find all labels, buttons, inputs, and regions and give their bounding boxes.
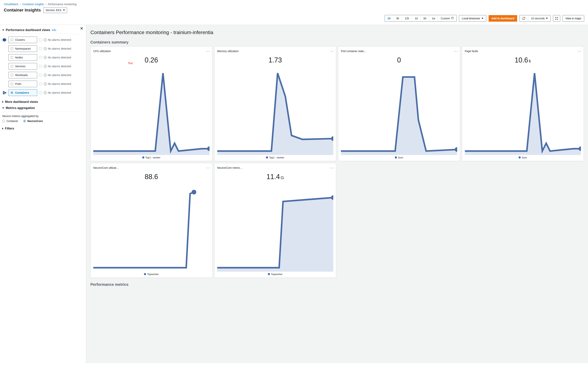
breadcrumb-current: Performance monitoring — [48, 3, 76, 6]
time-range-1w[interactable]: 1w — [429, 15, 438, 21]
card-legend: Topworker — [93, 273, 209, 276]
sidebar-view-label: Containers — [15, 91, 29, 94]
time-range-3h[interactable]: 3h — [393, 15, 402, 21]
svg-marker-8 — [3, 38, 6, 42]
alarm-text: No alarms detected — [48, 65, 71, 68]
sparkline-chart — [341, 65, 457, 155]
svg-rect-0 — [451, 17, 454, 19]
radio-icon — [10, 56, 13, 59]
breadcrumb-container-insights[interactable]: Container Insights — [22, 3, 44, 6]
alarm-text: No alarms detected — [48, 47, 71, 50]
sidebar: ✕ Performance dashboard views Info Clust… — [0, 25, 86, 363]
radio-icon — [2, 120, 5, 122]
alarm-checkbox[interactable] — [39, 74, 42, 76]
sidebar-view-label: Services — [15, 65, 25, 68]
card-title: Memory utilization — [217, 50, 239, 53]
sparkline-container — [465, 65, 581, 155]
alarm-note: iNo alarms detected — [44, 82, 71, 85]
card-title: NeuronCore memo… — [217, 166, 243, 169]
alarm-checkbox[interactable] — [39, 39, 42, 41]
sidebar-view-containers[interactable]: Containers — [8, 90, 37, 96]
neuron-agg-option-label: NeuronCore — [27, 119, 43, 123]
metric-card: Pod container statu…⋮0 Sum — [338, 46, 460, 161]
legend-label: Top1 - worker — [145, 156, 160, 159]
sparkline-container — [93, 182, 209, 272]
alarm-note: iNo alarms detected — [44, 56, 71, 59]
alarm-text: No alarms detected — [48, 82, 71, 85]
card-menu-button[interactable]: ⋮ — [455, 49, 457, 53]
alarm-checkbox[interactable] — [39, 65, 42, 68]
fullscreen-button[interactable] — [553, 15, 560, 22]
card-menu-button[interactable]: ⋮ — [207, 49, 209, 53]
sidebar-view-workloads[interactable]: Workloads — [8, 72, 37, 78]
info-icon: i — [44, 56, 47, 59]
sidebar-view-row: WorkloadsiNo alarms detected — [8, 72, 83, 78]
metric-card: NeuronCore utilizat…⋮88.6 Topworker — [91, 163, 212, 278]
card-menu-button[interactable]: ⋮ — [578, 49, 581, 53]
sparkline-chart — [217, 65, 333, 155]
metric-card: Memory utilization⋮1.73 Top1 - worker — [214, 46, 336, 161]
time-range-3d[interactable]: 3d — [421, 15, 429, 21]
neuron-agg-option-neuroncore[interactable]: NeuronCore — [23, 119, 43, 123]
legend-swatch-icon — [142, 157, 144, 158]
neuron-agg-option-container[interactable]: Container — [2, 119, 18, 123]
sidebar-view-pods[interactable]: Pods — [8, 81, 37, 87]
sidebar-view-nodes[interactable]: Nodes — [8, 54, 37, 61]
time-controls-row: 1h 3h 12h 1d 3d 1w Custom Local timezone… — [4, 14, 584, 23]
alarm-note: iNo alarms detected — [44, 38, 71, 41]
refresh-button[interactable] — [520, 15, 528, 21]
caret-down-icon — [546, 18, 548, 19]
timezone-select[interactable]: Local timezone — [459, 15, 486, 22]
card-header: Pod container statu…⋮ — [341, 49, 457, 53]
caret-right-icon — [2, 128, 3, 129]
sidebar-view-row: NamespacesiNo alarms detected — [8, 45, 83, 52]
radio-icon — [10, 74, 13, 76]
sidebar-view-namespaces[interactable]: Namespaces — [8, 45, 37, 52]
hexagon-icon — [2, 37, 7, 42]
alarm-checkbox[interactable] — [39, 56, 42, 59]
metric-value: 10.6k — [465, 56, 581, 64]
add-to-dashboard-button[interactable]: Add to dashboard — [489, 15, 517, 22]
metric-value: 88.6 — [93, 173, 209, 181]
info-icon: i — [44, 82, 47, 85]
legend-swatch-icon — [395, 157, 397, 158]
card-header: Memory utilization⋮ — [217, 49, 333, 53]
close-sidebar-button[interactable]: ✕ — [80, 26, 83, 31]
card-menu-button[interactable]: ⋮ — [331, 49, 333, 53]
neuron-agg-option-label: Container — [7, 119, 18, 123]
time-range-custom[interactable]: Custom — [438, 15, 456, 21]
time-range-1d[interactable]: 1d — [412, 15, 421, 21]
service-select[interactable]: Service: EKS — [43, 7, 67, 13]
info-link[interactable]: Info — [52, 29, 56, 32]
info-icon: i — [44, 47, 47, 50]
time-range-1h[interactable]: 1h — [385, 15, 393, 21]
more-views-header[interactable]: More dashboard views — [2, 100, 83, 104]
card-menu-button[interactable]: ⋮ — [331, 166, 333, 170]
alarm-note: iNo alarms detected — [44, 91, 71, 94]
view-in-maps-button[interactable]: View in maps — [563, 15, 584, 22]
metrics-agg-header[interactable]: Metrics aggregation — [2, 106, 83, 112]
sparkline-chart — [465, 65, 581, 155]
refresh-interval-select[interactable]: 10 seconds — [528, 15, 550, 21]
perf-views-header[interactable]: Performance dashboard views Info — [2, 28, 83, 34]
alarm-checkbox[interactable] — [39, 47, 42, 50]
card-legend: Top1 - worker — [93, 156, 209, 159]
alarm-text: No alarms detected — [48, 38, 71, 41]
filters-header[interactable]: Filters — [2, 127, 83, 130]
filters-label: Filters — [5, 127, 14, 130]
breadcrumb: CloudWatch › Container Insights › Perfor… — [4, 3, 584, 6]
legend-swatch-icon — [144, 273, 146, 275]
breadcrumb-cloudwatch[interactable]: CloudWatch — [4, 3, 18, 6]
sidebar-view-services[interactable]: Services — [8, 63, 37, 69]
metric-card: Page faults⋮10.6k Sum — [462, 46, 584, 161]
legend-swatch-icon — [266, 157, 268, 158]
radio-icon — [10, 83, 13, 85]
time-range-12h[interactable]: 12h — [402, 15, 412, 21]
alarm-note: iNo alarms detected — [44, 47, 71, 50]
caret-down-icon — [481, 18, 483, 19]
alarm-checkbox[interactable] — [39, 91, 42, 94]
radio-icon — [10, 65, 13, 68]
alarm-checkbox[interactable] — [39, 83, 42, 85]
card-menu-button[interactable]: ⋮ — [207, 166, 209, 170]
sidebar-view-clusters[interactable]: Clusters — [8, 37, 37, 43]
